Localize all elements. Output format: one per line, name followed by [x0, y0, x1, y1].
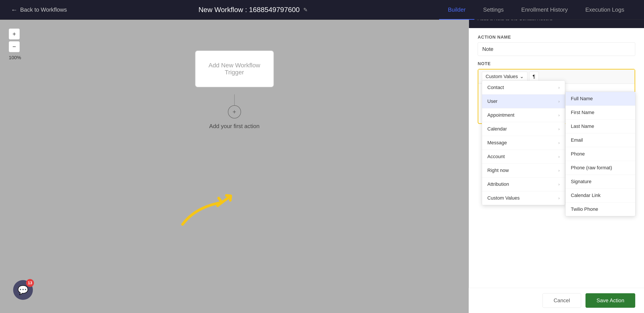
edit-icon[interactable]: ✎: [303, 7, 308, 13]
add-action-text: Add your first action: [209, 123, 260, 130]
submenu-item-phone-raw[interactable]: Phone (raw format): [566, 161, 635, 175]
user-submenu: Full Name First Name Last Name Email Pho…: [565, 92, 636, 216]
plus-icon: +: [232, 108, 236, 115]
tab-builder[interactable]: Builder: [439, 0, 474, 20]
zoom-level: 100%: [9, 55, 21, 61]
tab-enrollment-history[interactable]: Enrollment History: [512, 0, 576, 20]
chevron-right-icon: ›: [558, 168, 560, 173]
workflow-title-text: New Workflow : 1688549797600: [198, 6, 300, 14]
note-toolbar: Custom Values ⌄ ¶ Contact › User › Appo: [478, 70, 634, 84]
top-nav: ← Back to Workflows New Workflow : 16885…: [0, 0, 644, 20]
dropdown-item-right-now[interactable]: Right now ›: [482, 164, 565, 177]
save-action-button[interactable]: Save Action: [586, 293, 635, 308]
zoom-out-button[interactable]: −: [9, 41, 20, 52]
trigger-box[interactable]: Add New Workflow Trigger: [195, 51, 274, 87]
canvas-area: + − 100% Add New Workflow Trigger + Add …: [0, 20, 469, 313]
submenu-item-full-name[interactable]: Full Name: [566, 92, 635, 106]
right-panel: Add Notes Adds a Note to the Contact Rec…: [469, 0, 644, 313]
custom-values-button[interactable]: Custom Values ⌄: [482, 72, 528, 81]
chevron-right-icon: ›: [558, 113, 560, 118]
panel-footer: Cancel Save Action: [469, 288, 644, 313]
dropdown-item-message[interactable]: Message ›: [482, 136, 565, 150]
workflow-title: New Workflow : 1688549797600 ✎: [67, 6, 439, 14]
trigger-box-text: Add New Workflow Trigger: [208, 62, 260, 76]
chevron-right-icon: ›: [558, 196, 560, 200]
cancel-button[interactable]: Cancel: [542, 293, 581, 308]
dropdown-item-custom-values[interactable]: Custom Values ›: [482, 191, 565, 205]
submenu-item-last-name[interactable]: Last Name: [566, 120, 635, 133]
back-label: Back to Workflows: [20, 6, 67, 13]
chevron-right-icon: ›: [558, 141, 560, 145]
annotation-arrow: [178, 185, 244, 234]
chevron-down-icon: ⌄: [520, 74, 524, 79]
nav-tabs: Builder Settings Enrollment History Exec…: [439, 0, 633, 20]
chevron-right-icon: ›: [558, 127, 560, 131]
submenu-item-email[interactable]: Email: [566, 133, 635, 147]
submenu-item-signature[interactable]: Signature: [566, 175, 635, 189]
submenu-item-twilio-phone[interactable]: Twilio Phone: [566, 202, 635, 216]
dropdown-item-user[interactable]: User ›: [482, 95, 565, 108]
chevron-right-icon: ›: [558, 85, 560, 90]
chevron-right-icon: ›: [558, 154, 560, 159]
chat-icon: 💬: [18, 285, 28, 295]
zoom-controls: + − 100%: [9, 29, 21, 61]
tab-settings[interactable]: Settings: [474, 0, 512, 20]
chat-widget[interactable]: 💬 13: [13, 280, 33, 300]
custom-values-dropdown: Contact › User › Appointment › Calendar …: [482, 81, 565, 205]
back-arrow-icon: ←: [11, 6, 18, 14]
back-button[interactable]: ← Back to Workflows: [11, 6, 67, 14]
chevron-right-icon: ›: [558, 182, 560, 187]
chevron-right-icon: ›: [558, 99, 560, 104]
add-action-circle[interactable]: +: [228, 105, 241, 118]
action-name-label: ACTION NAME: [478, 35, 635, 40]
action-name-input[interactable]: [478, 42, 635, 56]
dropdown-item-appointment[interactable]: Appointment ›: [482, 108, 565, 122]
chat-badge: 13: [26, 279, 34, 287]
dropdown-item-attribution[interactable]: Attribution ›: [482, 177, 565, 191]
dropdown-item-calendar[interactable]: Calendar ›: [482, 122, 565, 136]
zoom-in-button[interactable]: +: [9, 29, 20, 40]
dropdown-item-contact[interactable]: Contact ›: [482, 81, 565, 95]
note-editor: Custom Values ⌄ ¶ Contact › User › Appo: [478, 69, 635, 124]
paragraph-button[interactable]: ¶: [529, 72, 539, 81]
submenu-item-first-name[interactable]: First Name: [566, 106, 635, 120]
submenu-item-phone[interactable]: Phone: [566, 147, 635, 161]
submenu-item-calendar-link[interactable]: Calendar Link: [566, 189, 635, 202]
panel-body: ACTION NAME NOTE Custom Values ⌄ ¶ Conta…: [469, 28, 644, 313]
dropdown-item-account[interactable]: Account ›: [482, 150, 565, 164]
tab-execution-logs[interactable]: Execution Logs: [576, 0, 633, 20]
custom-values-label: Custom Values: [486, 74, 518, 79]
note-label: NOTE: [478, 61, 635, 66]
